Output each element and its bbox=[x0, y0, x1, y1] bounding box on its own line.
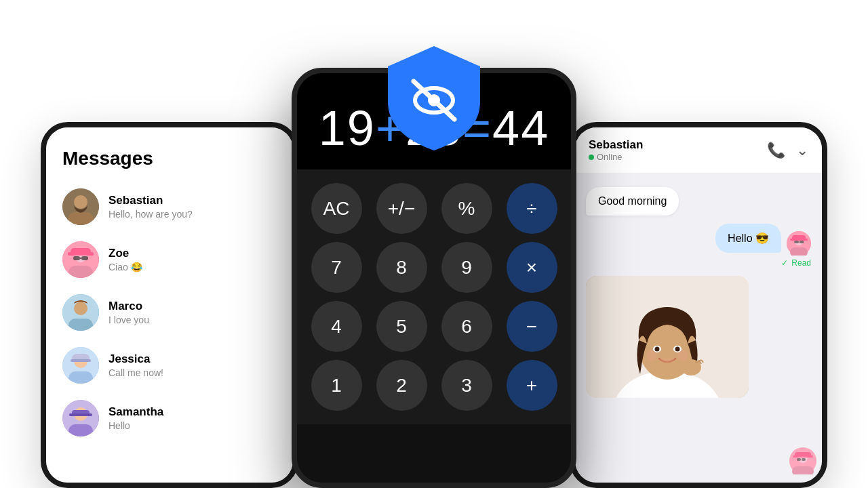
sent-message-text: Hello 😎 bbox=[728, 232, 769, 244]
contact-preview: Ciao 😂 bbox=[108, 262, 277, 272]
avatar-samantha bbox=[62, 400, 99, 436]
svg-rect-31 bbox=[790, 239, 808, 241]
calc-num1: 19 bbox=[319, 101, 376, 155]
online-status-text: Online bbox=[597, 152, 623, 162]
contact-info-marco: Marco I love you bbox=[108, 300, 277, 325]
phone-icon[interactable]: 📞 bbox=[767, 142, 785, 159]
online-dot bbox=[589, 155, 594, 160]
contact-preview: I love you bbox=[108, 314, 277, 325]
messages-title: Messages bbox=[62, 148, 277, 169]
chat-header-icons: 📞 ⌄ bbox=[767, 142, 808, 159]
calc-btn-2[interactable]: 2 bbox=[376, 360, 427, 411]
check-icon: ✓ bbox=[781, 258, 788, 268]
avatar-zoe bbox=[62, 241, 99, 278]
scene: Messages Sebastian bbox=[0, 0, 868, 488]
svg-rect-48 bbox=[792, 466, 814, 474]
message-received: Good morning bbox=[586, 187, 811, 224]
list-item[interactable]: Samantha Hello bbox=[52, 392, 288, 445]
contact-info-sebastian: Sebastian Hello, how are you? bbox=[108, 194, 277, 220]
svg-point-40 bbox=[655, 347, 660, 352]
svg-point-15 bbox=[74, 302, 87, 315]
contact-info-samantha: Samantha Hello bbox=[108, 405, 277, 431]
read-status-text: Read bbox=[791, 258, 811, 268]
list-item[interactable]: Jessica Call me now! bbox=[52, 339, 288, 392]
calc-btn-5[interactable]: 5 bbox=[376, 301, 427, 352]
chat-contact-name: Sebastian bbox=[589, 138, 643, 152]
bottom-avatar-zoe bbox=[789, 447, 816, 477]
calc-btn-plus-minus[interactable]: +/− bbox=[376, 183, 427, 234]
svg-rect-50 bbox=[793, 455, 813, 458]
calc-result: 44 bbox=[492, 101, 549, 155]
calc-btn-9[interactable]: 9 bbox=[441, 242, 492, 293]
phone-right: Sebastian Online 📞 ⌄ Good morning bbox=[570, 122, 827, 488]
calc-btn-ac[interactable]: AC bbox=[311, 183, 362, 234]
svg-rect-11 bbox=[73, 256, 80, 260]
contact-preview: Call me now! bbox=[108, 367, 277, 378]
svg-rect-10 bbox=[68, 252, 94, 256]
contact-name: Samantha bbox=[108, 405, 277, 419]
avatar-marco bbox=[62, 294, 99, 331]
calc-btn-divide[interactable]: ÷ bbox=[507, 183, 557, 234]
contact-preview: Hello bbox=[108, 420, 277, 431]
list-item[interactable]: Zoe Ciao 😂 bbox=[52, 233, 288, 286]
svg-rect-24 bbox=[68, 424, 93, 436]
avatar-sebastian bbox=[62, 188, 99, 225]
svg-point-42 bbox=[675, 347, 680, 352]
svg-point-43 bbox=[646, 350, 657, 361]
chat-messages: Good morning Hello 😎 bbox=[575, 174, 822, 411]
list-item[interactable]: Sebastian Hello, how are you? bbox=[52, 180, 288, 233]
sent-message-row: Hello 😎 bbox=[586, 224, 811, 256]
contact-name: Zoe bbox=[108, 247, 277, 260]
phone-left: Messages Sebastian bbox=[41, 122, 298, 488]
svg-rect-33 bbox=[800, 241, 804, 243]
calc-btn-multiply[interactable]: × bbox=[507, 242, 557, 293]
calc-btn-4[interactable]: 4 bbox=[311, 301, 362, 352]
calc-btn-minus[interactable]: − bbox=[507, 301, 557, 352]
svg-rect-51 bbox=[797, 458, 801, 461]
svg-rect-26 bbox=[69, 413, 92, 416]
contact-info-jessica: Jessica Call me now! bbox=[108, 352, 277, 378]
svg-point-44 bbox=[677, 350, 688, 361]
svg-rect-8 bbox=[68, 266, 93, 278]
photo-message bbox=[586, 276, 811, 398]
contact-name: Jessica bbox=[108, 352, 277, 366]
messages-header: Messages bbox=[46, 127, 293, 180]
svg-rect-21 bbox=[71, 359, 91, 362]
contact-name: Sebastian bbox=[108, 194, 277, 207]
contact-list: Sebastian Hello, how are you? bbox=[46, 180, 293, 445]
online-status: Online bbox=[589, 152, 643, 162]
calc-btn-1[interactable]: 1 bbox=[311, 360, 362, 411]
svg-rect-29 bbox=[790, 247, 808, 256]
chat-contact-info: Sebastian Online bbox=[589, 138, 643, 162]
chevron-down-icon[interactable]: ⌄ bbox=[796, 142, 808, 159]
contact-preview: Hello, how are you? bbox=[108, 209, 277, 220]
contact-info-zoe: Zoe Ciao 😂 bbox=[108, 247, 277, 272]
read-status: ✓ Read bbox=[586, 258, 811, 268]
shield-icon bbox=[380, 41, 488, 156]
contact-name: Marco bbox=[108, 300, 277, 313]
calc-buttons: AC +/− % ÷ 7 8 9 × 4 5 6 − 1 2 3 + bbox=[297, 169, 571, 424]
chat-header: Sebastian Online 📞 ⌄ bbox=[575, 127, 822, 174]
svg-rect-16 bbox=[68, 319, 93, 331]
avatar-jessica bbox=[62, 347, 99, 384]
photo-content bbox=[586, 276, 749, 398]
calc-btn-6[interactable]: 6 bbox=[441, 301, 492, 352]
calc-btn-7[interactable]: 7 bbox=[311, 242, 362, 293]
message-bubble: Good morning bbox=[586, 187, 679, 216]
calc-btn-plus[interactable]: + bbox=[507, 360, 557, 411]
svg-rect-32 bbox=[794, 241, 799, 243]
svg-point-4 bbox=[74, 195, 87, 209]
svg-rect-5 bbox=[68, 212, 94, 225]
calc-btn-8[interactable]: 8 bbox=[376, 242, 427, 293]
calc-btn-3[interactable]: 3 bbox=[441, 360, 492, 411]
list-item[interactable]: Marco I love you bbox=[52, 286, 288, 339]
calc-btn-percent[interactable]: % bbox=[441, 183, 492, 234]
svg-rect-19 bbox=[68, 371, 93, 384]
shield-container bbox=[380, 41, 488, 156]
svg-rect-52 bbox=[802, 458, 806, 461]
sender-avatar bbox=[787, 231, 811, 256]
svg-rect-12 bbox=[81, 256, 88, 260]
message-bubble-sent: Hello 😎 bbox=[715, 224, 781, 253]
